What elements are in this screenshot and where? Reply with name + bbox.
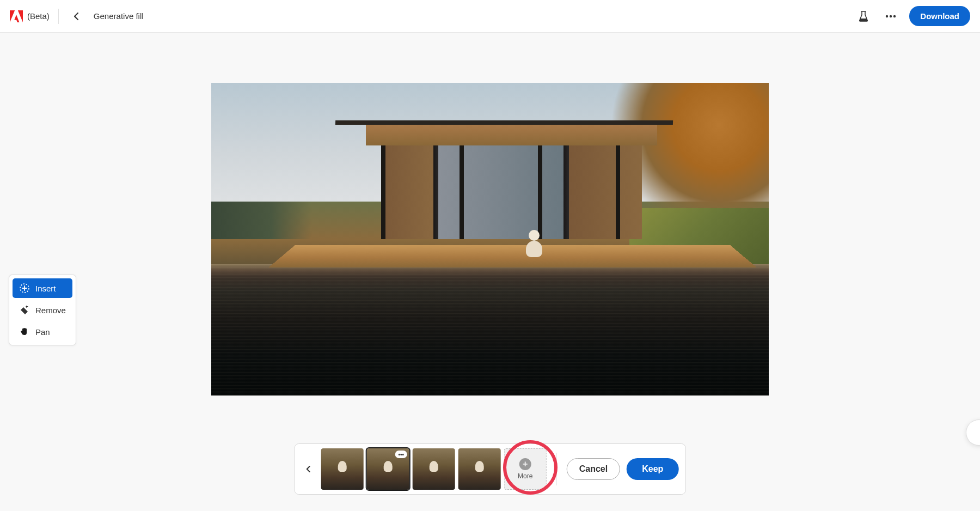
main-image[interactable]	[211, 83, 769, 396]
generate-more-button[interactable]: + More	[504, 448, 547, 490]
variation-thumb-1[interactable]	[321, 448, 364, 490]
insert-icon	[19, 283, 30, 294]
variation-thumb-3[interactable]	[413, 448, 455, 490]
adobe-logo-icon	[10, 10, 23, 22]
panel-divider	[556, 453, 557, 485]
canvas-area	[0, 33, 980, 511]
tool-pan[interactable]: Pan	[13, 322, 72, 342]
tool-label: Insert	[35, 284, 56, 293]
more-options-button[interactable]	[882, 8, 899, 25]
logo[interactable]: (Beta)	[10, 10, 50, 22]
more-horizontal-icon	[885, 15, 896, 18]
keep-button[interactable]: Keep	[627, 458, 678, 480]
thumb-options-badge[interactable]: •••	[395, 451, 407, 458]
page-title: Generative fill	[94, 11, 144, 21]
svg-point-1	[890, 15, 892, 17]
header-left: (Beta) Generative fill	[10, 8, 144, 25]
tool-label: Remove	[35, 306, 66, 315]
header: (Beta) Generative fill Download	[0, 0, 980, 33]
variations-panel: ••• + More Cancel Keep	[295, 443, 686, 495]
tool-remove[interactable]: Remove	[13, 300, 72, 320]
remove-icon	[19, 305, 30, 315]
header-divider	[58, 9, 59, 24]
back-button[interactable]	[68, 8, 85, 25]
toolbox: Insert Remove Pan	[9, 275, 76, 345]
svg-point-2	[893, 15, 896, 17]
thumb-prev-button[interactable]	[302, 448, 315, 490]
more-label: More	[518, 472, 532, 480]
beaker-icon	[859, 11, 868, 22]
chevron-left-icon	[305, 465, 310, 473]
pan-icon	[19, 326, 30, 337]
download-button[interactable]: Download	[909, 6, 970, 26]
cancel-button[interactable]: Cancel	[567, 458, 620, 480]
logo-text: (Beta)	[27, 11, 50, 21]
variation-thumb-2[interactable]: •••	[367, 448, 409, 490]
panel-actions: Cancel Keep	[567, 458, 679, 480]
beaker-button[interactable]	[855, 8, 872, 25]
tool-label: Pan	[35, 327, 50, 337]
plus-icon: +	[519, 458, 531, 470]
svg-point-0	[886, 15, 888, 17]
chevron-left-icon	[74, 12, 79, 21]
thumbnails: ••• + More	[321, 448, 547, 490]
variation-thumb-4[interactable]	[458, 448, 501, 490]
tool-insert[interactable]: Insert	[13, 278, 72, 298]
header-right: Download	[855, 6, 970, 26]
